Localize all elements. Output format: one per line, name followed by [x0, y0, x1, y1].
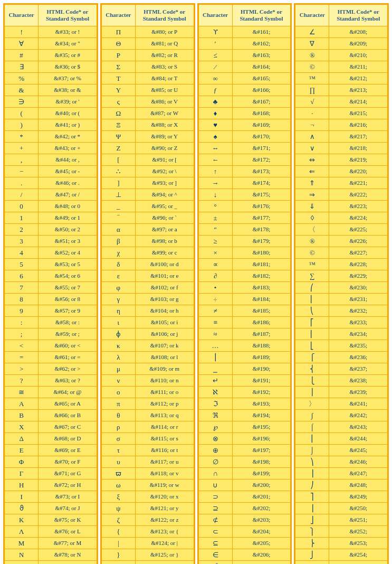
- char-cell: Ν: [5, 549, 39, 561]
- table-row: ¬&#216;: [295, 119, 388, 131]
- table-row: ©&#211;: [295, 61, 388, 73]
- table-row: ↑&#173;: [198, 166, 291, 177]
- header-code: HTML Code* or Standard Symbol: [135, 5, 194, 26]
- table-row: ≅&#64; or @: [5, 387, 97, 398]
- table-row: ⎢&#234;: [295, 328, 388, 340]
- table-row: Β&#66; or B: [5, 410, 97, 421]
- column-0: CharacterHTML Code* or Standard Symbol!&…: [3, 3, 98, 564]
- code-cell: &#39; or ': [39, 96, 97, 108]
- char-cell: 〉: [295, 398, 329, 410]
- char-cell: 3: [5, 236, 39, 247]
- char-cell: ⇔: [295, 154, 329, 166]
- table-row: ⎩&#238;: [295, 375, 388, 387]
- code-cell: &#190;: [232, 363, 291, 375]
- table-row: ∫&#242;: [295, 410, 388, 421]
- code-cell: &#95; or _: [135, 201, 194, 212]
- code-cell: &#69; or E: [39, 445, 97, 456]
- char-cell: ƒ: [198, 84, 232, 96]
- table-row: ;&#59; or ;: [5, 328, 97, 340]
- code-cell: &#188;: [232, 340, 291, 352]
- char-cell: <: [5, 340, 39, 352]
- table-row: Σ&#83; or S: [101, 61, 194, 73]
- table-row: #&#35; or #: [5, 50, 97, 61]
- code-cell: &#181;: [232, 259, 291, 270]
- table-row: ⎛&#230;: [295, 282, 388, 294]
- table-row: ·&#215;: [295, 108, 388, 119]
- char-cell: ↵: [198, 375, 232, 387]
- char-cell: ±: [198, 212, 232, 224]
- char-cell: 8: [5, 294, 39, 305]
- code-cell: &#124; or |: [135, 538, 194, 549]
- code-cell: &#247;: [329, 468, 388, 480]
- char-cell: ϖ: [101, 468, 135, 480]
- table-row: 1&#49; or 1: [5, 212, 97, 224]
- code-cell: &#117; or u: [135, 456, 194, 468]
- char-cell: 0: [5, 201, 39, 212]
- char-cell: ~: [101, 561, 135, 565]
- code-cell: &#250;: [329, 503, 388, 514]
- table-row: Θ&#81; or Q: [101, 38, 194, 50]
- table-row: ♣&#167;: [198, 96, 291, 108]
- char-cell: ℑ: [198, 398, 232, 410]
- table-row: ~&#126; or ~: [101, 561, 194, 565]
- table-row: |&#124; or |: [101, 538, 194, 549]
- table-row: ⇑&#221;: [295, 177, 388, 189]
- table-row: −&#45; or -: [5, 166, 97, 177]
- char-cell: χ: [101, 247, 135, 259]
- header-character: Character: [198, 5, 232, 26]
- code-cell: &#106; or j: [135, 328, 194, 340]
- table-row: ⊕&#197;: [198, 445, 291, 456]
- code-cell: &#116; or t: [135, 445, 194, 456]
- char-cell: 6: [5, 270, 39, 282]
- code-cell: &#171;: [232, 143, 291, 154]
- char-table: CharacterHTML Code* or Standard SymbolΠ&…: [101, 4, 194, 564]
- table-row: ∝&#181;: [198, 259, 291, 270]
- char-cell: ∝: [198, 259, 232, 270]
- char-cell: ξ: [101, 491, 135, 503]
- char-cell: ⁄: [198, 61, 232, 73]
- char-cell: ⊗: [198, 433, 232, 445]
- char-cell: ″: [198, 224, 232, 236]
- char-cell: %: [5, 73, 39, 84]
- char-cell: ⎯: [198, 363, 232, 375]
- char-cell: ⎮: [295, 433, 329, 445]
- table-row: ⎣&#235;: [295, 340, 388, 352]
- code-cell: &#218;: [329, 143, 388, 154]
- code-cell: &#236;: [329, 352, 388, 363]
- table-row: ℘&#195;: [198, 421, 291, 433]
- code-cell: &#58; or :: [39, 317, 97, 328]
- code-cell: &#227;: [329, 247, 388, 259]
- table-row: ⎟&#247;: [295, 468, 388, 480]
- char-cell: ∇: [295, 38, 329, 50]
- table-row: [&#91; or [: [101, 154, 194, 166]
- table-row: ∋&#39; or ': [5, 96, 97, 108]
- code-cell: &#165;: [232, 73, 291, 84]
- table-row: ∴&#92; or \: [101, 166, 194, 177]
- char-cell: ♥: [198, 119, 232, 131]
- table-row: ⇒&#222;: [295, 189, 388, 201]
- table-row: Η&#72; or H: [5, 480, 97, 491]
- code-cell: &#237;: [329, 363, 388, 375]
- table-row: Ψ&#89; or Y: [101, 131, 194, 143]
- char-cell: θ: [101, 410, 135, 421]
- char-cell: Η: [5, 480, 39, 491]
- code-cell: &#197;: [232, 445, 291, 456]
- char-cell: ⎧: [295, 352, 329, 363]
- code-cell: &#176;: [232, 201, 291, 212]
- char-cell: Σ: [101, 61, 135, 73]
- char-cell: ⎠: [295, 480, 329, 491]
- char-cell: γ: [101, 294, 135, 305]
- char-cell: ♦: [198, 108, 232, 119]
- code-cell: &#180;: [232, 247, 291, 259]
- table-row: ?&#63; or ?: [5, 375, 97, 387]
- char-cell: δ: [101, 259, 135, 270]
- table-row: σ&#115; or s: [101, 433, 194, 445]
- table-row: 0&#48; or 0: [5, 201, 97, 212]
- char-cell: ;: [5, 328, 39, 340]
- char-cell: →: [198, 177, 232, 189]
- code-cell: &#119; or w: [135, 480, 194, 491]
- code-cell: &#229;: [329, 270, 388, 282]
- code-cell: &#122; or z: [135, 514, 194, 526]
- table-row: :&#58; or :: [5, 317, 97, 328]
- char-table: CharacterHTML Code* or Standard Symbol∠&…: [295, 4, 388, 564]
